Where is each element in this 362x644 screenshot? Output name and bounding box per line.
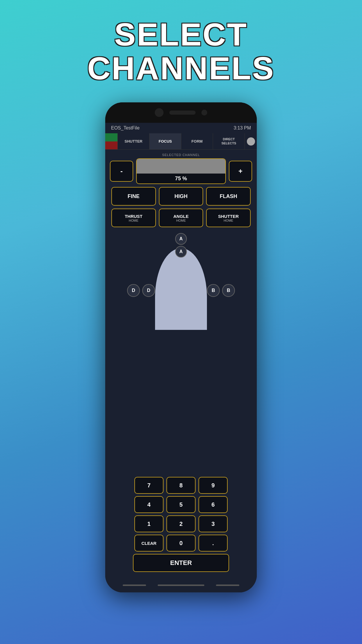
numpad-enter-row: ENTER	[110, 554, 252, 572]
dial-label-a2[interactable]: A	[175, 246, 187, 258]
enter-button[interactable]: ENTER	[133, 554, 229, 572]
fine-button[interactable]: FINE	[111, 187, 156, 206]
num-4[interactable]: 4	[134, 496, 164, 513]
dial-top-labels: A A	[175, 233, 187, 259]
num-8[interactable]: 8	[166, 477, 196, 494]
dial-sides: D D B B	[127, 251, 235, 330]
num-9[interactable]: 9	[198, 477, 228, 494]
num-dot[interactable]: .	[198, 535, 228, 552]
dial-label-b2[interactable]: B	[222, 284, 235, 297]
plus-button[interactable]: +	[229, 161, 252, 182]
numpad: 7 8 9 4 5 6 1 2 3 CLEAR 0 .	[110, 477, 252, 574]
shutter-label: SHUTTER	[218, 214, 239, 219]
bottom-line-right	[216, 584, 239, 586]
page-title-block: SELECT CHANNELS	[87, 0, 275, 85]
nav-tabs: SHUTTER FOCUS FORM DIRECTSELECTS	[105, 133, 257, 150]
dial-circle[interactable]	[155, 248, 207, 330]
thrust-sub: HOME	[129, 219, 138, 222]
num-7[interactable]: 7	[134, 477, 164, 494]
num-2[interactable]: 2	[166, 515, 196, 532]
clock: 3:13 PM	[233, 125, 251, 131]
tab-shutter[interactable]: SHUTTER	[117, 133, 149, 149]
channel-value: 75 %	[137, 174, 225, 183]
phone-screen: EOS_TestFile 3:13 PM SHUTTER FOCUS FORM …	[105, 123, 257, 592]
numpad-row-2: 4 5 6	[110, 496, 252, 513]
action-buttons-row: FINE HIGH FLASH	[110, 187, 252, 206]
speaker	[169, 111, 196, 115]
minus-button[interactable]: -	[110, 161, 133, 182]
dial-label-d2[interactable]: D	[142, 284, 155, 297]
angle-sub: HOME	[176, 219, 186, 222]
flash-button[interactable]: FLASH	[206, 187, 251, 206]
camera-left	[155, 108, 164, 117]
dial-label-b1[interactable]: B	[207, 284, 220, 297]
app-name: EOS_TestFile	[111, 125, 140, 131]
channel-display-top	[137, 159, 225, 174]
numpad-row-1: 7 8 9	[110, 477, 252, 494]
selected-channel-label: SELECTED CHANNEL	[162, 153, 200, 157]
numpad-row-3: 1 2 3	[110, 515, 252, 532]
main-content: SELECTED CHANNEL - 75 % + FINE HIGH FLAS…	[105, 150, 257, 578]
shutter-sub: HOME	[224, 219, 233, 222]
num-6[interactable]: 6	[198, 496, 228, 513]
channel-control-row: - 75 % +	[110, 158, 252, 184]
phone-top-bar	[105, 102, 257, 123]
circle-icon	[247, 137, 255, 146]
nav-circle-button[interactable]	[245, 133, 257, 149]
flag-red	[105, 141, 117, 150]
high-button[interactable]: HIGH	[159, 187, 203, 206]
flag-green	[105, 133, 117, 141]
num-5[interactable]: 5	[166, 496, 196, 513]
angle-label: ANGLE	[173, 214, 189, 219]
dial-label-a1[interactable]: A	[175, 233, 187, 245]
numpad-row-4: CLEAR 0 .	[110, 535, 252, 552]
bottom-line-left	[123, 584, 146, 586]
tab-direct-selects[interactable]: DIRECTSELECTS	[213, 133, 245, 149]
channel-display: 75 %	[136, 158, 226, 184]
num-1[interactable]: 1	[134, 515, 164, 532]
tab-focus[interactable]: FOCUS	[149, 133, 181, 149]
bottom-line-center	[158, 584, 204, 586]
dial-label-d1[interactable]: D	[127, 284, 140, 297]
phone-bottom-bar	[105, 578, 257, 592]
tab-form[interactable]: FORM	[181, 133, 213, 149]
dial-area: A A D D B B	[110, 233, 252, 475]
thrust-home-button[interactable]: THRUST HOME	[111, 209, 156, 227]
phone-frame: EOS_TestFile 3:13 PM SHUTTER FOCUS FORM …	[105, 102, 257, 592]
status-bar: EOS_TestFile 3:13 PM	[105, 123, 257, 133]
home-buttons-row: THRUST HOME ANGLE HOME SHUTTER HOME	[110, 209, 252, 227]
clear-button[interactable]: CLEAR	[134, 535, 164, 552]
num-3[interactable]: 3	[198, 515, 228, 532]
flag-icon	[105, 133, 117, 149]
camera-right	[201, 110, 207, 116]
num-0[interactable]: 0	[166, 535, 196, 552]
thrust-label: THRUST	[125, 214, 143, 219]
shutter-home-button[interactable]: SHUTTER HOME	[206, 209, 251, 227]
page-title: SELECT CHANNELS	[87, 18, 275, 85]
angle-home-button[interactable]: ANGLE HOME	[159, 209, 203, 227]
